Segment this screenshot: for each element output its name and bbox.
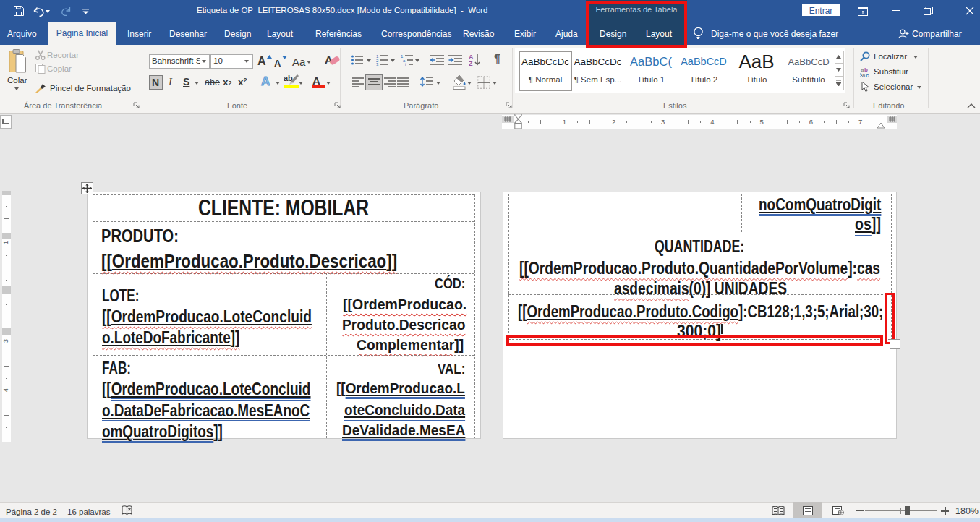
svg-text:3: 3 bbox=[376, 62, 379, 66]
svg-text:i: i bbox=[405, 62, 406, 66]
svg-text:c: c bbox=[866, 72, 869, 77]
svg-text:Z: Z bbox=[469, 60, 473, 67]
